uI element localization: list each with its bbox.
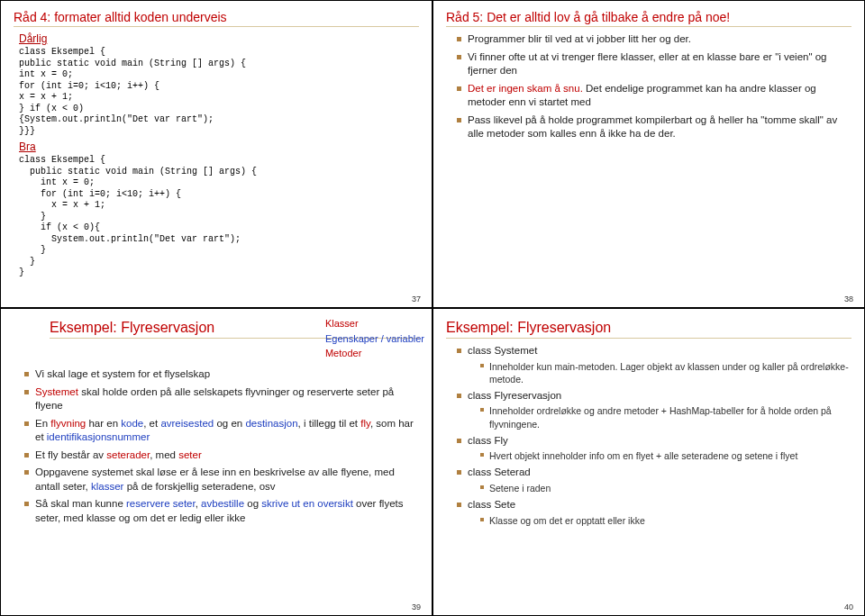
t: klasser: [91, 481, 123, 492]
page-grid: Råd 4: formater alltid koden underveis D…: [0, 0, 865, 616]
sub-item: Klasse og om det er opptatt eller ikke: [480, 514, 851, 527]
t: og: [244, 498, 261, 509]
t: Systemet: [35, 386, 78, 397]
bullet-item: class Fly Hvert objekt inneholder info o…: [457, 434, 851, 463]
code-good: class Eksempel { public static void main…: [19, 155, 419, 279]
t: fly: [360, 418, 370, 429]
page-number: 39: [412, 602, 421, 611]
bullet-item: Programmer blir til ved at vi jobber lit…: [457, 32, 851, 47]
t: class Sete: [468, 499, 515, 510]
code-bad: class Eksempel { public static void main…: [19, 47, 419, 137]
t: class Seterad: [468, 467, 531, 477]
t: destinasjon: [245, 418, 297, 429]
sub-item: Inneholder ordreløkke og andre metoder +…: [480, 404, 851, 430]
legend-box: Klasser Egenskaper / variabler Metoder: [325, 316, 424, 361]
t: , i tillegg til et: [298, 418, 361, 429]
bullet-item: Vi finner ofte ut at vi trenger flere kl…: [457, 50, 851, 78]
t: flyvning: [50, 418, 86, 429]
bullet-item: class Seterad Setene i raden: [457, 466, 851, 494]
t: En: [35, 418, 50, 429]
t: identifikasjonsnummer: [47, 431, 150, 442]
page-number: 37: [412, 294, 421, 303]
legend-metoder: Metoder: [325, 346, 424, 361]
t: på de forskjellig seteradene, osv: [123, 481, 275, 492]
t: Et fly består av: [35, 449, 106, 460]
sub-list: Hvert objekt inneholder info om en flyet…: [468, 449, 851, 462]
page-number: 40: [844, 602, 853, 611]
slide-title: Eksempel: Flyreservasjon: [446, 320, 851, 339]
sub-item: Hvert objekt inneholder info om en flyet…: [480, 449, 851, 462]
slide-37: Råd 4: formater alltid koden underveis D…: [0, 0, 432, 308]
legend-klasser: Klasser: [325, 316, 424, 331]
t: avbestille: [201, 498, 244, 509]
sub-item: Setene i raden: [480, 482, 851, 494]
sub-list: Inneholder ordreløkke og andre metoder +…: [468, 404, 851, 430]
t: reservere seter: [126, 498, 196, 509]
slide-39: Eksempel: Flyreservasjon Klasser Egenska…: [0, 308, 432, 616]
good-label: Bra: [19, 140, 419, 153]
slide-40: Eksempel: Flyreservasjon class Systemet …: [432, 308, 865, 616]
t: class Systemet: [468, 345, 537, 356]
bullet-item: Så skal man kunne reservere seter, avbes…: [24, 497, 419, 525]
bullet-item: Oppgavene systemet skal løse er å lese i…: [24, 466, 419, 494]
t: , med: [150, 449, 178, 460]
t: har en: [86, 418, 121, 429]
t: class Fly: [468, 435, 508, 446]
page-number: 38: [844, 294, 853, 303]
sub-list: Klasse og om det er opptatt eller ikke: [468, 514, 851, 527]
bullet-item: Det er ingen skam å snu. Det endelige pr…: [457, 82, 851, 110]
t: skrive ut en oversikt: [261, 498, 353, 509]
bullet-list: Vi skal lage et system for et flyselskap…: [14, 367, 419, 525]
bullet-item: En flyvning har en kode, et avreisested …: [24, 417, 419, 445]
bullet-list: class Systemet Inneholder kun main-metod…: [446, 344, 851, 527]
bullet-item: class Sete Klasse og om det er opptatt e…: [457, 498, 851, 527]
t: og en: [214, 418, 245, 429]
bullet-item: class Systemet Inneholder kun main-metod…: [457, 344, 851, 385]
t: , et: [143, 418, 160, 429]
bullet-item: Systemet skal holde orden på alle selska…: [24, 385, 419, 413]
bullet-list: Programmer blir til ved at vi jobber lit…: [446, 32, 851, 141]
sub-list: Setene i raden: [468, 482, 851, 494]
sub-item: Inneholder kun main-metoden. Lager objek…: [480, 360, 851, 385]
sub-list: Inneholder kun main-metoden. Lager objek…: [468, 360, 851, 385]
bullet-item: class Flyreservasjon Inneholder ordreløk…: [457, 389, 851, 430]
t: kode: [121, 418, 143, 429]
t: class Flyreservasjon: [468, 390, 561, 401]
slide-title: Råd 4: formater alltid koden underveis: [14, 10, 419, 27]
legend-egenskaper: Egenskaper / variabler: [325, 331, 424, 347]
t: avreisested: [160, 418, 214, 429]
t: Så skal man kunne: [35, 498, 126, 509]
t: seter: [178, 449, 202, 460]
bullet-item: Vi skal lage et system for et flyselskap: [24, 367, 419, 382]
bullet-red: Det er ingen skam å snu.: [468, 83, 583, 94]
bullet-item: Pass likevel på å holde programmet kompi…: [457, 113, 851, 141]
bullet-item: Et fly består av seterader, med seter: [24, 448, 419, 463]
slide-title: Råd 5: Det er alltid lov å gå tilbake å …: [446, 10, 851, 27]
slide-38: Råd 5: Det er alltid lov å gå tilbake å …: [432, 0, 865, 308]
bad-label: Dårlig: [19, 32, 419, 45]
t: seterader: [106, 449, 150, 460]
t: skal holde orden på alle selskapets flyv…: [35, 386, 394, 412]
